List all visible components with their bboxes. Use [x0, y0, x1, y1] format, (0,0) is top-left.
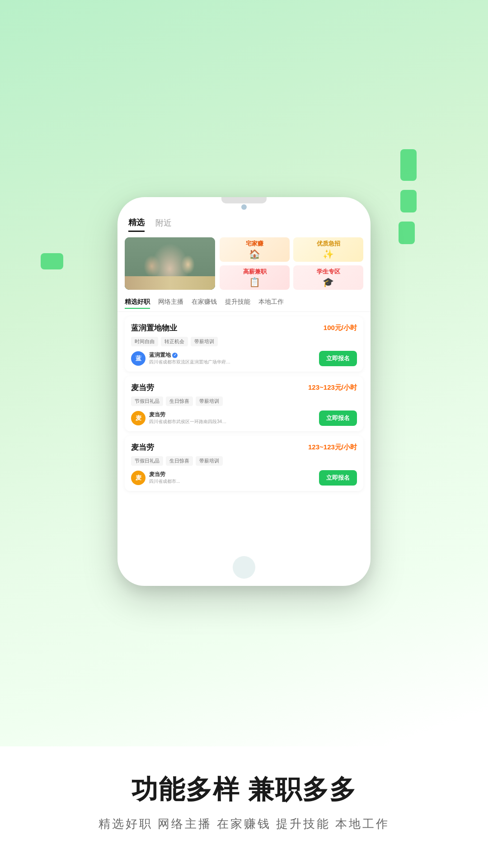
- subtitle: 精选好职 网络主播 在家赚钱 提升技能 本地工作: [18, 816, 470, 832]
- company-info-2: 麦 麦当劳 四川省成都市武侯区一环路南四段34号成...: [131, 411, 319, 425]
- job-card-3: 麦当劳 123~123元/小时 节假日礼品 生日惊喜 带薪培训 麦 麦当劳: [125, 436, 363, 491]
- cat-tab-tisheng[interactable]: 提升技能: [225, 298, 250, 309]
- deco-square-1: [400, 149, 417, 181]
- cat-tab-bendi[interactable]: 本地工作: [258, 298, 284, 309]
- apply-btn-2[interactable]: 立即报名: [319, 410, 357, 426]
- phone-notch: [221, 197, 267, 203]
- tag-3-1: 节假日礼品: [131, 456, 163, 466]
- xuesheng-icon: 🎓: [323, 277, 334, 288]
- banner-card-youzhi[interactable]: 优质急招 ✨: [293, 237, 363, 262]
- job-card-2-header: 麦当劳 123~123元/小时: [131, 382, 357, 393]
- banner-card-xuesheng[interactable]: 学生专区 🎓: [293, 265, 363, 290]
- tag-2-1: 节假日礼品: [131, 396, 163, 406]
- deco-square-4: [41, 253, 63, 269]
- banner-grid: 宅家赚 🏠 优质急招 ✨ 高薪兼职 📋 学生专区 🎓: [220, 237, 363, 290]
- phone-mockup: 精选 附近 宅家赚 🏠 优质急招 ✨: [117, 197, 371, 586]
- job-card-3-footer: 麦 麦当劳 四川省成都市... 立即报名: [131, 470, 357, 486]
- tag-3-2: 生日惊喜: [166, 456, 193, 466]
- company-info-1: 蓝 蓝润置地 ✓ 四川省成都市双流区蓝润置地广场华府大...: [131, 351, 319, 366]
- company-name-3: 麦当劳: [149, 471, 180, 478]
- tag-2-2: 生日惊喜: [166, 396, 193, 406]
- phone-screen: 精选 附近 宅家赚 🏠 优质急招 ✨: [117, 211, 371, 551]
- tag-1-1: 时间自由: [131, 337, 158, 346]
- company-name-row-3: 麦当劳 四川省成都市...: [149, 471, 180, 485]
- company-addr-1: 四川省成都市双流区蓝润置地广场华府大...: [149, 359, 230, 365]
- job-card-1-header: 蓝润置地物业 100元/小时: [131, 323, 357, 333]
- job-salary-2: 123~123元/小时: [308, 383, 357, 392]
- job-name-2: 麦当劳: [131, 382, 154, 393]
- tab-fujin[interactable]: 附近: [155, 217, 172, 231]
- company-name-1: 蓝润置地 ✓: [149, 351, 230, 359]
- job-tags-3: 节假日礼品 生日惊喜 带薪培训: [131, 456, 357, 466]
- phone-home-button[interactable]: [233, 556, 255, 579]
- youzhi-icon: ✨: [323, 249, 334, 259]
- company-avatar-1: 蓝: [131, 351, 145, 366]
- company-name-row-1: 蓝润置地 ✓ 四川省成都市双流区蓝润置地广场华府大...: [149, 351, 230, 365]
- apply-btn-3[interactable]: 立即报名: [319, 470, 357, 486]
- job-card-2-footer: 麦 麦当劳 四川省成都市武侯区一环路南四段34号成... 立即报名: [131, 410, 357, 426]
- company-avatar-3: 麦: [131, 471, 145, 485]
- tag-1-3: 带薪培训: [191, 337, 218, 346]
- headline: 功能多样 兼职多多: [18, 774, 470, 805]
- verified-icon-1: ✓: [172, 353, 178, 358]
- banner-row: 宅家赚 🏠 优质急招 ✨ 高薪兼职 📋 学生专区 🎓: [117, 232, 371, 295]
- company-name-2: 麦当劳: [149, 411, 230, 419]
- job-name-1: 蓝润置地物业: [131, 323, 177, 333]
- job-card-1: 蓝润置地物业 100元/小时 时间自由 转正机会 带薪培训 蓝: [125, 316, 363, 372]
- job-salary-1: 100元/小时: [324, 324, 357, 332]
- job-salary-3: 123~123元/小时: [308, 443, 357, 452]
- cat-tab-wangluo[interactable]: 网络主播: [158, 298, 183, 309]
- job-card-2: 麦当劳 123~123元/小时 节假日礼品 生日惊喜 带薪培训 麦 麦当劳: [125, 376, 363, 431]
- company-addr-2: 四川省成都市武侯区一环路南四段34号成...: [149, 419, 230, 425]
- job-card-3-header: 麦当劳 123~123元/小时: [131, 442, 357, 453]
- banner-card-gaoxin[interactable]: 高薪兼职 📋: [220, 265, 290, 290]
- job-card-1-footer: 蓝 蓝润置地 ✓ 四川省成都市双流区蓝润置地广场华府大... 立即报名: [131, 351, 357, 366]
- gaoxin-icon: 📋: [249, 277, 260, 288]
- company-info-3: 麦 麦当劳 四川省成都市...: [131, 471, 319, 485]
- category-tabs: 精选好职 网络主播 在家赚钱 提升技能 本地工作: [117, 295, 371, 312]
- phone-camera: [241, 204, 247, 210]
- bottom-section: 功能多样 兼职多多 精选好职 网络主播 在家赚钱 提升技能 本地工作: [0, 746, 488, 868]
- cat-tab-jingxuan[interactable]: 精选好职: [125, 298, 150, 309]
- company-name-row-2: 麦当劳 四川省成都市武侯区一环路南四段34号成...: [149, 411, 230, 425]
- job-list: 蓝润置地物业 100元/小时 时间自由 转正机会 带薪培训 蓝: [117, 312, 371, 551]
- deco-square-2: [400, 190, 417, 212]
- tab-bar: 精选 附近: [117, 211, 371, 232]
- tag-1-2: 转正机会: [161, 337, 188, 346]
- apply-btn-1[interactable]: 立即报名: [319, 351, 357, 366]
- job-tags-1: 时间自由 转正机会 带薪培训: [131, 337, 357, 346]
- banner-image: [125, 237, 215, 290]
- company-avatar-2: 麦: [131, 411, 145, 425]
- phone-area: 精选 附近 宅家赚 🏠 优质急招 ✨: [0, 0, 488, 746]
- zaijia-icon: 🏠: [249, 249, 260, 259]
- tab-jingxuan[interactable]: 精选: [128, 217, 145, 232]
- job-name-3: 麦当劳: [131, 442, 154, 453]
- company-addr-3: 四川省成都市...: [149, 478, 180, 485]
- banner-card-zaijia[interactable]: 宅家赚 🏠: [220, 237, 290, 262]
- tag-2-3: 带薪培训: [196, 396, 223, 406]
- tag-3-3: 带薪培训: [196, 456, 223, 466]
- deco-square-3: [399, 222, 415, 244]
- job-tags-2: 节假日礼品 生日惊喜 带薪培训: [131, 396, 357, 406]
- cat-tab-zaijia[interactable]: 在家赚钱: [192, 298, 217, 309]
